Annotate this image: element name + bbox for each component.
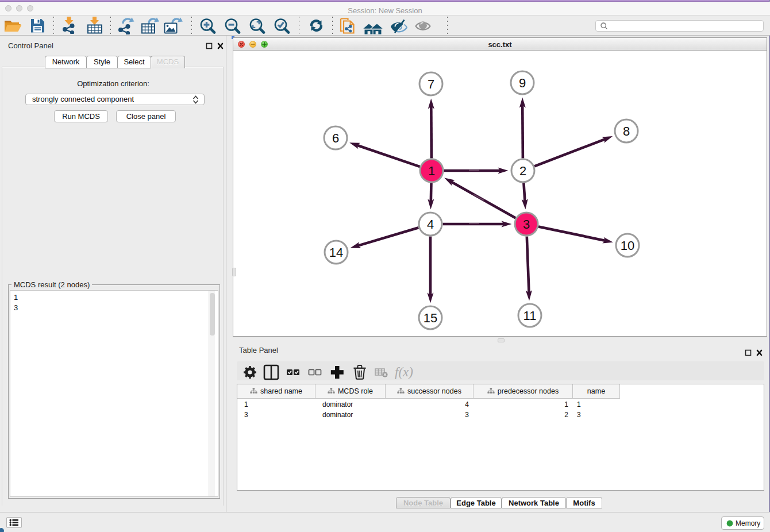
svg-text:3: 3 <box>523 217 530 232</box>
svg-text:1: 1 <box>428 164 435 178</box>
svg-text:11: 11 <box>523 309 537 323</box>
svg-text:14: 14 <box>329 245 343 260</box>
svg-text:7: 7 <box>428 77 434 91</box>
svg-text:4: 4 <box>427 217 434 232</box>
svg-text:8: 8 <box>623 124 630 138</box>
svg-text:2: 2 <box>519 164 526 178</box>
svg-text:15: 15 <box>424 311 437 325</box>
svg-text:f(x): f(x) <box>395 365 413 379</box>
svg-text:6: 6 <box>332 131 339 145</box>
svg-text:10: 10 <box>621 238 634 253</box>
svg-text:9: 9 <box>519 76 526 90</box>
